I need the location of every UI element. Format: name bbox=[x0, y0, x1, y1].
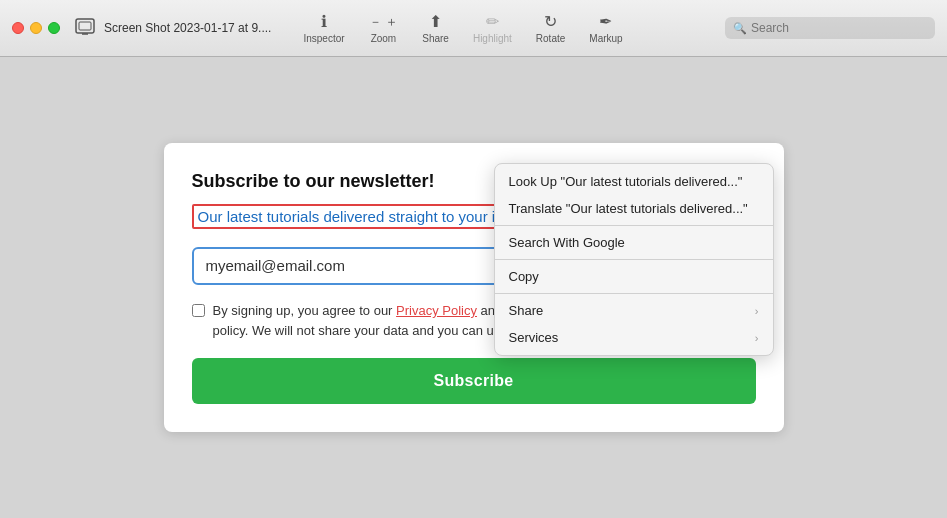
context-menu-item-search-google[interactable]: Search With Google bbox=[495, 229, 773, 256]
context-menu-item-services-label: Services bbox=[509, 330, 559, 345]
subscribe-button[interactable]: Subscribe bbox=[192, 358, 756, 404]
context-menu-separator-1 bbox=[495, 225, 773, 226]
context-menu-item-copy-label: Copy bbox=[509, 269, 539, 284]
window-icon bbox=[70, 13, 100, 43]
search-icon: 🔍 bbox=[733, 22, 747, 35]
share-chevron-icon: › bbox=[755, 305, 759, 317]
toolbar-share[interactable]: ⬆ Share bbox=[410, 8, 461, 48]
policy-checkbox[interactable] bbox=[192, 304, 205, 317]
main-area: Subscribe to our newsletter! Our latest … bbox=[0, 57, 947, 518]
context-menu-separator-2 bbox=[495, 259, 773, 260]
toolbar-zoom[interactable]: － ＋ Zoom bbox=[357, 9, 411, 48]
traffic-lights bbox=[12, 22, 60, 34]
context-menu-item-search-google-label: Search With Google bbox=[509, 235, 625, 250]
share-icon: ⬆ bbox=[429, 12, 442, 31]
context-menu-item-services[interactable]: Services › bbox=[495, 324, 773, 351]
rotate-label: Rotate bbox=[536, 33, 565, 44]
context-menu-item-copy[interactable]: Copy bbox=[495, 263, 773, 290]
close-button[interactable] bbox=[12, 22, 24, 34]
minimize-button[interactable] bbox=[30, 22, 42, 34]
toolbar-highlight[interactable]: ✏ Highlight bbox=[461, 8, 524, 48]
maximize-button[interactable] bbox=[48, 22, 60, 34]
titlebar: Screen Shot 2023-01-17 at 9.... ℹ Inspec… bbox=[0, 0, 947, 57]
window-title: Screen Shot 2023-01-17 at 9.... bbox=[104, 21, 271, 35]
toolbar: ℹ Inspector － ＋ Zoom ⬆ Share ✏ Highlight… bbox=[291, 8, 935, 48]
inspector-label: Inspector bbox=[303, 33, 344, 44]
context-menu-item-lookup[interactable]: Look Up "Our latest tutorials delivered.… bbox=[495, 168, 773, 195]
privacy-policy-link[interactable]: Privacy Policy bbox=[396, 303, 477, 318]
zoom-label: Zoom bbox=[371, 33, 397, 44]
context-menu: Look Up "Our latest tutorials delivered.… bbox=[494, 163, 774, 356]
context-menu-item-lookup-label: Look Up "Our latest tutorials delivered.… bbox=[509, 174, 743, 189]
highlight-label: Highlight bbox=[473, 33, 512, 44]
context-menu-item-share-label: Share bbox=[509, 303, 544, 318]
markup-icon: ✒ bbox=[599, 12, 612, 31]
newsletter-card: Subscribe to our newsletter! Our latest … bbox=[164, 143, 784, 432]
markup-label: Markup bbox=[589, 33, 622, 44]
inspector-icon: ℹ bbox=[321, 12, 327, 31]
context-menu-item-translate-label: Translate "Our latest tutorials delivere… bbox=[509, 201, 748, 216]
services-chevron-icon: › bbox=[755, 332, 759, 344]
rotate-icon: ↻ bbox=[544, 12, 557, 31]
toolbar-rotate[interactable]: ↻ Rotate bbox=[524, 8, 577, 48]
svg-rect-1 bbox=[79, 22, 91, 30]
context-menu-separator-3 bbox=[495, 293, 773, 294]
context-menu-item-translate[interactable]: Translate "Our latest tutorials delivere… bbox=[495, 195, 773, 222]
share-label: Share bbox=[422, 33, 449, 44]
toolbar-markup[interactable]: ✒ Markup bbox=[577, 8, 634, 48]
search-input[interactable] bbox=[751, 21, 927, 35]
search-bar[interactable]: 🔍 bbox=[725, 17, 935, 39]
card-subtitle: Our latest tutorials delivered straight … bbox=[192, 204, 534, 229]
zoom-icon: － ＋ bbox=[369, 13, 399, 31]
highlight-icon: ✏ bbox=[486, 12, 499, 31]
toolbar-inspector[interactable]: ℹ Inspector bbox=[291, 8, 356, 48]
context-menu-item-share[interactable]: Share › bbox=[495, 297, 773, 324]
